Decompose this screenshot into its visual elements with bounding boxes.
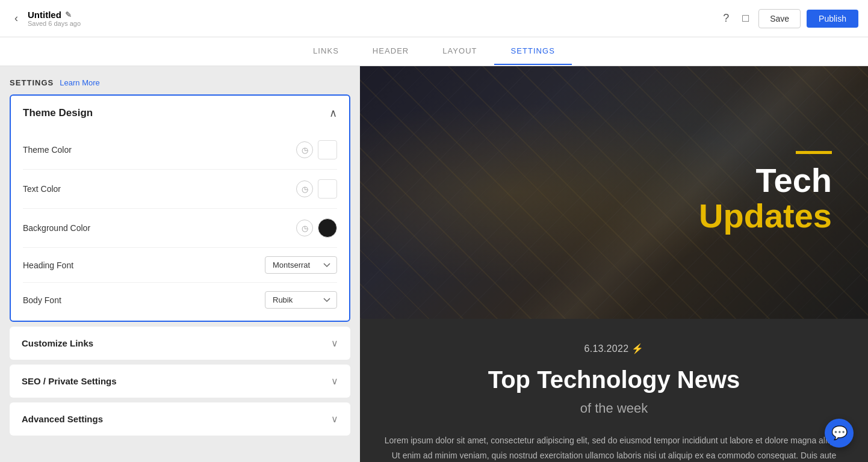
publish-button[interactable]: Publish [807, 10, 858, 28]
advanced-settings-header[interactable]: Advanced Settings ∨ [10, 402, 350, 436]
bg-color-controls: ◷ [296, 218, 337, 238]
text-color-controls: ◷ [296, 179, 337, 199]
preview-subtitle: of the week [384, 401, 844, 416]
save-button[interactable]: Save [758, 9, 801, 28]
text-color-row: Text Color ◷ [23, 170, 337, 209]
edit-icon[interactable]: ✎ [65, 10, 72, 19]
text-color-label: Text Color [23, 184, 61, 194]
seo-private-title: SEO / Private Settings [22, 376, 117, 386]
advanced-settings-accordion: Advanced Settings ∨ [10, 402, 350, 436]
theme-color-swatch[interactable] [318, 140, 337, 159]
preview-date-text: 6.13.2022 [584, 343, 628, 354]
advanced-settings-title: Advanced Settings [22, 414, 103, 424]
preview-hero: Tech Updates [360, 66, 868, 319]
hero-title-tech: Tech [755, 164, 832, 197]
preview-date: 6.13.2022 ⚡ [384, 343, 844, 354]
heading-font-row: Heading Font Montserrat Roboto Open Sans… [23, 248, 337, 283]
title-block: Untitled ✎ Saved 6 days ago [28, 10, 81, 27]
lightning-icon: ⚡ [631, 343, 643, 354]
preview-body: 6.13.2022 ⚡ Top Technology News of the w… [360, 319, 868, 462]
tab-settings[interactable]: SETTINGS [494, 38, 572, 65]
page-title: Untitled ✎ [28, 10, 81, 20]
text-color-picker-icon[interactable]: ◷ [296, 180, 313, 197]
body-font-row: Body Font Rubik Roboto Open Sans [23, 283, 337, 309]
nav-tabs: LINKS HEADER LAYOUT SETTINGS [0, 37, 868, 66]
top-bar-left: ‹ Untitled ✎ Saved 6 days ago [10, 10, 81, 27]
learn-more-link[interactable]: Learn More [60, 78, 99, 87]
theme-design-title: Theme Design [23, 107, 93, 119]
heading-font-select[interactable]: Montserrat Roboto Open Sans Lato [265, 256, 337, 274]
seo-private-accordion: SEO / Private Settings ∨ [10, 365, 350, 398]
hero-content: Tech Updates [360, 66, 868, 319]
theme-color-label: Theme Color [23, 145, 72, 155]
tab-layout[interactable]: LAYOUT [426, 38, 494, 65]
preview-main-title: Top Technology News [384, 366, 844, 393]
seo-private-header[interactable]: SEO / Private Settings ∨ [10, 365, 350, 398]
theme-color-picker-icon[interactable]: ◷ [296, 141, 313, 158]
seo-private-chevron: ∨ [331, 375, 338, 387]
bg-color-row: Background Color ◷ [23, 209, 337, 248]
preview-body-text: Lorem ipsum dolor sit amet, consectetur … [384, 433, 844, 462]
tab-header[interactable]: HEADER [356, 38, 426, 65]
preview-button[interactable]: □ [739, 8, 752, 28]
chat-icon: 💬 [831, 425, 848, 441]
heading-font-label: Heading Font [23, 260, 73, 270]
chevron-up-icon: ∧ [329, 106, 337, 120]
help-button[interactable]: ? [719, 8, 733, 28]
advanced-settings-chevron: ∨ [331, 413, 338, 425]
chat-button[interactable]: 💬 [825, 419, 854, 448]
theme-color-controls: ◷ [296, 140, 337, 159]
theme-color-row: Theme Color ◷ [23, 131, 337, 170]
hero-title-updates: Updates [699, 197, 832, 235]
preview-area: Tech Updates 6.13.2022 ⚡ Top Technology … [360, 66, 868, 462]
tab-links[interactable]: LINKS [296, 38, 356, 65]
bg-color-label: Background Color [23, 223, 90, 233]
theme-design-body: Theme Color ◷ Text Color ◷ Backg [11, 131, 349, 321]
theme-design-header[interactable]: Theme Design ∧ [11, 96, 349, 131]
theme-design-card: Theme Design ∧ Theme Color ◷ Text Color … [10, 94, 350, 322]
customize-links-accordion: Customize Links ∨ [10, 327, 350, 360]
top-bar-right: ? □ Save Publish [719, 8, 858, 28]
body-font-select[interactable]: Rubik Roboto Open Sans [265, 291, 337, 309]
saved-status: Saved 6 days ago [28, 20, 81, 27]
back-button[interactable]: ‹ [10, 10, 23, 27]
customize-links-chevron: ∨ [331, 337, 338, 349]
hero-accent-bar [796, 151, 832, 154]
page-title-text: Untitled [28, 10, 61, 20]
settings-title: SETTINGS [10, 78, 54, 87]
body-font-label: Body Font [23, 295, 61, 305]
customize-links-header[interactable]: Customize Links ∨ [10, 327, 350, 360]
bg-color-swatch[interactable] [318, 218, 337, 238]
text-color-swatch[interactable] [318, 179, 337, 199]
settings-header: SETTINGS Learn More [10, 76, 350, 94]
top-bar: ‹ Untitled ✎ Saved 6 days ago ? □ Save P… [0, 0, 868, 37]
customize-links-title: Customize Links [22, 338, 93, 348]
main-layout: SETTINGS Learn More Theme Design ∧ Theme… [0, 66, 868, 462]
bg-color-picker-icon[interactable]: ◷ [296, 220, 313, 236]
sidebar: SETTINGS Learn More Theme Design ∧ Theme… [0, 66, 360, 462]
